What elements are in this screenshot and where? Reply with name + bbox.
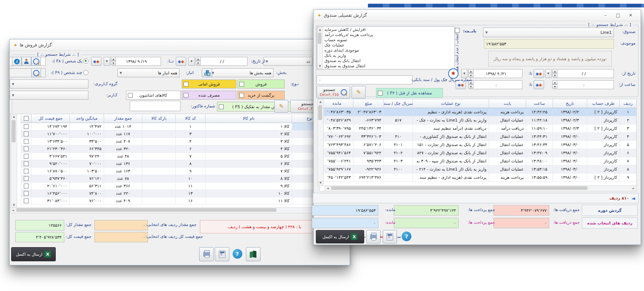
invoice-no-input[interactable] bbox=[130, 101, 181, 111]
from-date-clear-button[interactable]: ◆◆ bbox=[176, 57, 186, 66]
col-header-avg[interactable]: میانگین واحد bbox=[69, 114, 104, 123]
cash-time-to-input[interactable]: : bbox=[470, 80, 522, 89]
date-to-spinner[interactable]: ▲▼ bbox=[468, 69, 473, 77]
sales-help-button[interactable]: ? bbox=[230, 247, 244, 261]
type-consignment-checkbox[interactable]: فروش امانی bbox=[182, 80, 236, 88]
spinner-up-icon[interactable]: ▲ bbox=[195, 57, 201, 61]
cash-calculator-button[interactable] bbox=[383, 230, 397, 243]
to-date-dropdown[interactable]: ▼ bbox=[104, 57, 110, 66]
table-row[interactable]: ۹کارپرداز [ ۲ ]۱۳۹۸/۰۳/۰۱۳:۵۵:۵۹پرداخت ه… bbox=[320, 174, 636, 182]
time-from-clear-button[interactable]: ◆◆ bbox=[534, 80, 544, 89]
spinner-down-icon[interactable]: ▼ bbox=[552, 84, 557, 88]
sales-table-hscrollbar[interactable]: ◄ ► bbox=[10, 207, 327, 213]
cash-table-vscrollbar[interactable]: ▲ ▼ bbox=[317, 99, 324, 186]
scroll-left-icon[interactable]: ◄ bbox=[325, 186, 330, 191]
row-checkbox-icon[interactable] bbox=[24, 161, 29, 166]
table-row[interactable]: ۴کارپرداز۱۳۹۸/۰۳/۰۱۳:۴۴:۳۱عملیات انتقالا… bbox=[320, 133, 636, 141]
row-checkbox-icon[interactable] bbox=[24, 176, 29, 181]
col-header-serial[interactable]: سریال چک / سند bbox=[384, 99, 412, 108]
spinner-down-icon[interactable]: ▼ bbox=[111, 61, 116, 65]
cell-select[interactable] bbox=[21, 153, 31, 160]
scrollbar-thumb[interactable] bbox=[16, 208, 276, 212]
scrollbar-thumb[interactable] bbox=[318, 105, 322, 120]
cashbox-combo[interactable]: ▼Line1 bbox=[483, 28, 614, 37]
select-all-checkbox[interactable] bbox=[455, 28, 460, 33]
col-header-name[interactable]: نام کالا bbox=[205, 114, 292, 123]
row-checkbox-icon[interactable] bbox=[24, 132, 29, 136]
scroll-up-icon[interactable]: ▲ bbox=[11, 114, 17, 119]
col-header-barcode[interactable]: بارکد کالا bbox=[142, 114, 175, 123]
row-checkbox-icon[interactable] bbox=[24, 198, 29, 203]
scroll-up-icon[interactable]: ▲ bbox=[317, 27, 323, 32]
cell-select[interactable] bbox=[21, 160, 31, 168]
cash-date-to-input[interactable]: ۱۳۹۸/ ۹ /۲۱ bbox=[470, 69, 522, 78]
table-row[interactable]: کالا ۶۸۱۳۶ عدد۷۰٬۰۰۰۹٬۵۲۰٬۰۰۰ bbox=[10, 160, 327, 168]
close-button[interactable]: ✕ bbox=[624, 13, 637, 18]
col-header-regarding[interactable]: بابت bbox=[489, 99, 526, 108]
spinner-up-icon[interactable]: ▲ bbox=[552, 80, 557, 84]
scroll-down-icon[interactable]: ▼ bbox=[317, 64, 323, 69]
type-gift-checkbox[interactable]: کالاهای اشانتیون bbox=[126, 91, 181, 100]
filter-list-item[interactable]: تسویه حساب bbox=[317, 37, 453, 42]
sales-table-vscrollbar[interactable]: ▲ ▼ bbox=[11, 114, 17, 208]
col-header-operation[interactable]: نوع عملیات bbox=[412, 99, 489, 108]
row-checkbox-icon[interactable] bbox=[24, 146, 29, 151]
cash-date-from-input[interactable]: / / bbox=[554, 69, 614, 78]
cell-select[interactable] bbox=[21, 168, 31, 175]
row-checkbox-icon[interactable] bbox=[24, 184, 29, 188]
maximize-button[interactable]: □ bbox=[612, 13, 624, 18]
scroll-up-icon[interactable]: ▲ bbox=[318, 99, 323, 104]
to-date-clear-button[interactable]: ◆◆ bbox=[91, 57, 101, 66]
row-checkbox-icon[interactable] bbox=[24, 154, 29, 159]
section-tree-button[interactable] bbox=[202, 68, 212, 77]
date-from-spinner[interactable]: ▲▼ bbox=[552, 69, 557, 77]
scrollbar-thumb[interactable] bbox=[331, 186, 588, 190]
row-checkbox-icon[interactable] bbox=[24, 191, 29, 196]
sales-print-button[interactable] bbox=[199, 247, 214, 261]
table-row[interactable]: کالا ۱۱۱۶۴۰۹ عدد۷۶٬۰۰۰۳۱٬۰۸۴٬۰۰۰ bbox=[10, 197, 327, 205]
reports-book-button[interactable] bbox=[246, 247, 260, 261]
col-header-qty[interactable]: جمع مقدار bbox=[104, 114, 142, 123]
date-mode-combo[interactable]: ت▼ bbox=[263, 57, 313, 66]
multi-person-lookup-button[interactable] bbox=[31, 68, 41, 77]
table-row[interactable]: ۲کارپرداز۱۳۹۸/۰۲/۳۱۱:۴۴:۱۸عملیات انتقالو… bbox=[320, 116, 636, 125]
date-settings-button[interactable]: ✱ bbox=[447, 68, 459, 78]
person-lookup-button[interactable] bbox=[31, 57, 41, 66]
col-header-date[interactable]: تاریخ bbox=[553, 99, 587, 108]
report-edit-button[interactable]: ✎ bbox=[274, 100, 288, 113]
row-checkbox-icon[interactable] bbox=[24, 124, 29, 129]
col-header-row[interactable]: ردیف bbox=[619, 99, 636, 108]
from-date-input[interactable]: / / bbox=[197, 57, 247, 66]
type-purchase-return-checkbox[interactable]: برگشت از خرید bbox=[237, 91, 285, 100]
filter-list-item[interactable]: انتقال صندوق به صندوق bbox=[317, 63, 453, 68]
filter-list-item[interactable]: عملیات چک bbox=[317, 42, 453, 48]
table-row[interactable]: کالا ۸۱۰۷۸ عدد۷۶٬۱۲۰۵٬۹۳۷٬۳۶۰ bbox=[10, 175, 327, 182]
table-row[interactable]: ۳کارپرداز [ ۲ ]۱۳۹۸/۰۲/۳۱۱:۵۹:۱۰دریافت د… bbox=[320, 125, 636, 133]
date-from-clear-button[interactable]: ◆◆ bbox=[534, 69, 544, 78]
cash-time-from-input[interactable]: : bbox=[554, 80, 614, 89]
store-combo[interactable]: همه انبار ها▼ bbox=[117, 68, 179, 77]
spinner-up-icon[interactable]: ▲ bbox=[552, 69, 557, 73]
cell-select[interactable] bbox=[21, 175, 31, 182]
one-person-radio[interactable]: یک شخص ( F۸ ): bbox=[52, 58, 88, 64]
cash-search-button[interactable]: جستجو Ctrl+F, F10 bbox=[317, 86, 350, 98]
table-row[interactable]: کالا ۲۳۱۱۷ عدد۱۰۰٬۰۰۰۱۱٬۷۰۰٬۰۰۰ bbox=[10, 130, 327, 138]
col-header-balance[interactable]: مانده bbox=[320, 99, 353, 108]
cell-select[interactable] bbox=[21, 190, 31, 197]
table-row[interactable]: کالا ۹۱۱۳۶۶ عدد۵۶٬۳۱۱۲۰٬۶۱۰٬۰۰۰ bbox=[10, 182, 327, 190]
cell-select[interactable] bbox=[21, 123, 31, 130]
col-header-code[interactable]: کد کالا bbox=[175, 114, 205, 123]
table-row[interactable]: کالا ۷۹۱۶۳ عدد۱۰۳٬۵۰۰۱۶٬۸۷۰٬۵۰۰ bbox=[10, 168, 327, 175]
cell-select[interactable] bbox=[21, 182, 31, 190]
col-header-time[interactable]: ساعت bbox=[526, 99, 553, 108]
filter-list-item[interactable]: انتقال بانک به صندوق bbox=[317, 58, 453, 63]
date-from-dropdown[interactable]: ▼ bbox=[545, 69, 551, 78]
filter-list-scrollbar[interactable]: ▲ ▼ bbox=[317, 27, 323, 69]
type-consumed-checkbox[interactable]: مصرف شده bbox=[182, 91, 236, 100]
filter-list-item[interactable]: پرداخت هزینه /دریافت درآمد bbox=[317, 32, 453, 37]
cell-select[interactable] bbox=[21, 145, 31, 153]
cash-edit-button[interactable]: ✎ bbox=[352, 86, 366, 98]
table-row[interactable]: کالا ۱۰۱۳۲۲۰ عدد۷۴٬۸۰۰۱۶٬۴۵۶٬۰۰۰ bbox=[10, 190, 327, 197]
date-to-dropdown[interactable]: ▼ bbox=[461, 69, 467, 78]
sales-titlebar[interactable]: گزارش فروش ها✦ – □ ✕ bbox=[10, 39, 350, 51]
